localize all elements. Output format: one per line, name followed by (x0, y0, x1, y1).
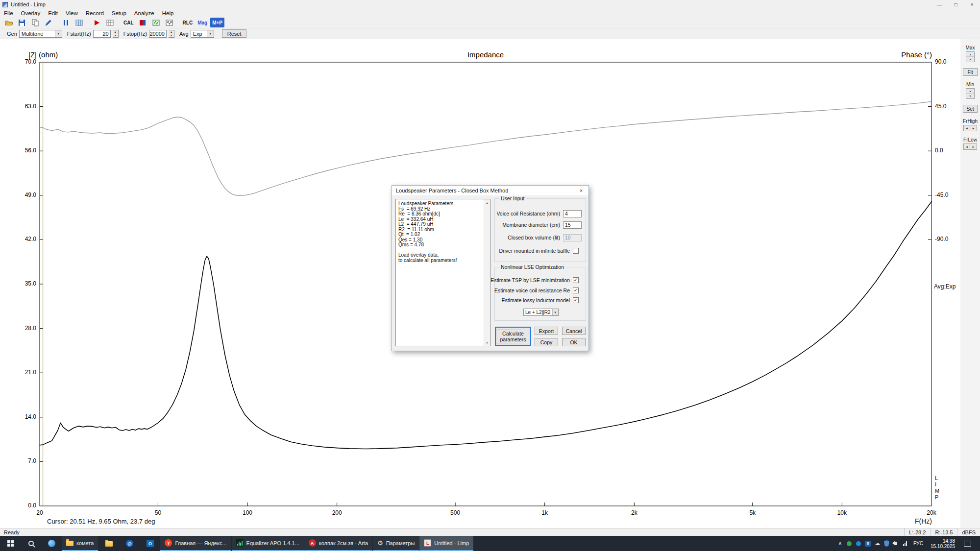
dialog-title-bar[interactable]: Loudspeaker Parameters - Closed Box Meth… (392, 186, 588, 195)
max-spinner[interactable]: ▲ ▼ (966, 51, 975, 62)
min-spinner[interactable]: ▲ ▼ (966, 88, 975, 99)
user-input-group: User Input Voice coil Resistance (ohm) 4… (494, 198, 586, 262)
action-center-button[interactable] (959, 541, 976, 547)
menu-item[interactable]: Overlay (17, 10, 45, 16)
spin-up-icon[interactable]: ▲ (113, 30, 118, 34)
scroll-up-icon[interactable]: ▲ (484, 199, 490, 206)
arrow-right-icon[interactable]: ► (970, 125, 977, 131)
mail-button[interactable]: @ (119, 536, 140, 551)
toolbar: CAL RLC Mag M+P (0, 17, 980, 28)
generator-button[interactable] (150, 18, 162, 27)
messenger-icon[interactable] (854, 536, 863, 551)
membrane-diameter-input[interactable]: 15 (563, 221, 582, 229)
maximize-button[interactable]: □ (948, 0, 964, 9)
spin-down-icon[interactable]: ▼ (966, 94, 974, 98)
arrow-left-icon[interactable]: ◄ (963, 125, 970, 131)
table-button[interactable] (73, 18, 85, 27)
parameters-listbox[interactable]: Loudspeaker ParametersFs = 69.92 HzRe = … (395, 199, 490, 346)
avg-label: Avg (179, 31, 189, 37)
voice-coil-resistance-input[interactable]: 4 (563, 210, 582, 217)
menu-item[interactable]: File (0, 10, 17, 16)
browser-button[interactable] (41, 536, 62, 551)
arrow-left-icon[interactable]: ◄ (963, 144, 970, 150)
menu-item[interactable]: Setup (108, 10, 130, 16)
outlook-button[interactable]: O (140, 536, 160, 551)
estimate-tsp-checkbox[interactable]: ✓ (573, 277, 579, 283)
menu-item[interactable]: Analyze (130, 10, 158, 16)
parameter-line: Load overlay data, (398, 253, 483, 258)
fit-button[interactable]: Fit (963, 68, 978, 76)
set-button[interactable]: Set (963, 105, 978, 113)
edit-button[interactable] (42, 18, 54, 27)
listbox-scrollbar[interactable]: ▲ ▼ (484, 199, 490, 346)
avg-select[interactable]: Exp ▼ (191, 30, 214, 38)
generator-select[interactable]: Multitone ▼ (19, 30, 62, 38)
fstart-spinner[interactable]: ▲ ▼ (113, 30, 119, 38)
scroll-down-icon[interactable]: ▼ (484, 339, 490, 346)
taskbar-app-label: колпак 2см.зв - Arta (319, 540, 368, 546)
frlow-arrows[interactable]: ◄ ► (963, 144, 977, 150)
search-button[interactable] (21, 536, 41, 551)
frhigh-arrows[interactable]: ◄ ► (963, 125, 977, 131)
spin-up-icon[interactable]: ▲ (966, 52, 974, 57)
ok-button[interactable]: OK (562, 338, 586, 346)
cancel-button[interactable]: Cancel (562, 327, 586, 335)
menu-item[interactable]: Record (82, 10, 108, 16)
analysis-button[interactable] (104, 18, 116, 27)
fstart-input[interactable]: 20 (93, 30, 111, 38)
dialog-close-button[interactable]: × (574, 186, 588, 195)
close-button[interactable]: × (964, 0, 980, 9)
taskbar-app-arta[interactable]: A колпак 2см.зв - Arta (304, 536, 372, 551)
menu-item[interactable]: Help (158, 10, 178, 16)
arrow-right-icon[interactable]: ► (970, 144, 977, 150)
level-units: dBFS (957, 528, 980, 536)
minimize-button[interactable]: — (931, 0, 948, 9)
reset-button[interactable]: Reset (222, 29, 247, 38)
spin-up-icon[interactable]: ▲ (169, 30, 174, 34)
taskbar-app-limp[interactable]: L Untitled - Limp (419, 536, 473, 551)
taskbar-app-yandex[interactable]: Y Главная — Яндекс... (160, 536, 231, 551)
spin-down-icon[interactable]: ▼ (169, 34, 174, 37)
menu-item[interactable]: Edit (44, 10, 62, 16)
explorer-button[interactable] (98, 536, 119, 551)
copy-button[interactable]: Copy (535, 338, 558, 346)
menu-item[interactable]: View (62, 10, 82, 16)
rlc-button[interactable]: RLC (181, 18, 195, 27)
mp-button[interactable]: M+P (210, 18, 224, 27)
onedrive-cloud-icon[interactable]: ☁ (873, 536, 882, 551)
network-icon[interactable] (901, 536, 910, 551)
overlay-button[interactable] (137, 18, 149, 27)
spin-down-icon[interactable]: ▼ (113, 34, 118, 37)
export-button[interactable]: Export (535, 327, 558, 335)
hidden-icons-chevron[interactable]: ∧ (835, 536, 845, 551)
x-tick-label: 500 (441, 509, 470, 516)
pause-button[interactable] (60, 18, 72, 27)
infinite-baffle-checkbox[interactable] (573, 248, 579, 254)
spin-up-icon[interactable]: ▲ (966, 89, 974, 94)
taskbar-app-equalizer[interactable]: Equalizer APO 1.4.1... (232, 536, 304, 551)
fstop-spinner[interactable]: ▲ ▼ (169, 30, 174, 38)
fstop-input[interactable]: 20000 (149, 30, 167, 38)
language-indicator[interactable]: РУС (910, 541, 927, 546)
mag-button[interactable]: Mag (196, 18, 209, 27)
cal-button[interactable]: CAL (122, 18, 136, 27)
defender-shield-icon[interactable] (882, 536, 891, 551)
scope-button[interactable] (163, 18, 175, 27)
clock[interactable]: 14:38 15.10.2025 (927, 538, 959, 549)
record-button[interactable] (91, 18, 103, 27)
copy-button[interactable] (29, 18, 41, 27)
spin-down-icon[interactable]: ▼ (966, 57, 974, 62)
taskbar-app-kometa[interactable]: комета (62, 536, 98, 551)
start-button[interactable] (0, 536, 21, 551)
taskbar-app-settings[interactable]: ⚙ Параметры (373, 536, 419, 551)
save-button[interactable] (16, 18, 28, 27)
y-left-tick-label: 42.0 (7, 236, 36, 242)
volume-icon[interactable] (891, 536, 901, 551)
inductor-model-select[interactable]: Le + L2||R2 ▼ (523, 309, 559, 316)
estimate-re-checkbox[interactable]: ✓ (573, 287, 579, 293)
estimate-inductor-checkbox[interactable]: ✓ (573, 297, 579, 303)
antivirus-icon[interactable] (845, 536, 854, 551)
bluetooth-icon[interactable]: B (863, 536, 873, 551)
open-button[interactable] (2, 18, 15, 27)
calculate-parameters-button[interactable]: Calculate parameters (495, 327, 531, 346)
